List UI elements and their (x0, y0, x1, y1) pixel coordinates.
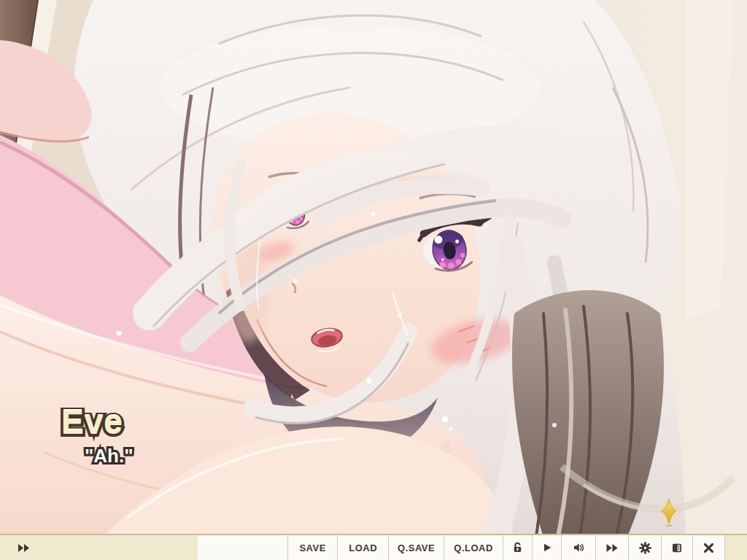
window-panel-button[interactable] (661, 535, 692, 560)
dialogue-text: "Ah." "Ah." (85, 445, 303, 471)
fast-forward-icon (18, 543, 30, 553)
quick-load-button-label: Q.LOAD (454, 542, 493, 553)
save-button-label: SAVE (299, 542, 325, 553)
lock-button[interactable] (503, 535, 532, 560)
window-panel-icon (670, 542, 684, 554)
auto-play-button[interactable] (532, 535, 561, 560)
settings-button[interactable] (628, 535, 661, 560)
close-button[interactable] (692, 535, 724, 560)
speaker-name-label: Eve (61, 402, 123, 442)
volume-icon (571, 541, 586, 554)
skip-mode-indicator[interactable] (0, 535, 198, 560)
speaker-name: Eve Eve (61, 402, 280, 446)
load-button-label: LOAD (349, 542, 377, 553)
skip-button[interactable] (595, 535, 628, 560)
menu-buttons: SAVE LOAD Q.SAVE Q.LOAD (198, 535, 724, 560)
lock-icon (511, 541, 525, 555)
load-button[interactable]: LOAD (337, 535, 388, 560)
menu-spacer (198, 535, 287, 560)
dialogue-text-label: "Ah." (85, 445, 133, 467)
quick-load-button[interactable]: Q.LOAD (444, 535, 503, 560)
save-button[interactable]: SAVE (287, 535, 337, 560)
menu-bar: SAVE LOAD Q.SAVE Q.LOAD (0, 534, 747, 560)
game-window: Eve Eve "Ah." "Ah." SAVE LOAD Q.SAVE (0, 0, 747, 560)
play-icon (541, 542, 553, 553)
quick-save-button-label: Q.SAVE (398, 542, 435, 553)
menu-bar-right-cap (724, 535, 747, 560)
volume-button[interactable] (561, 535, 595, 560)
gear-icon (638, 541, 652, 555)
close-icon (703, 542, 715, 554)
quick-save-button[interactable]: Q.SAVE (388, 535, 444, 560)
fast-forward-icon (605, 542, 619, 553)
